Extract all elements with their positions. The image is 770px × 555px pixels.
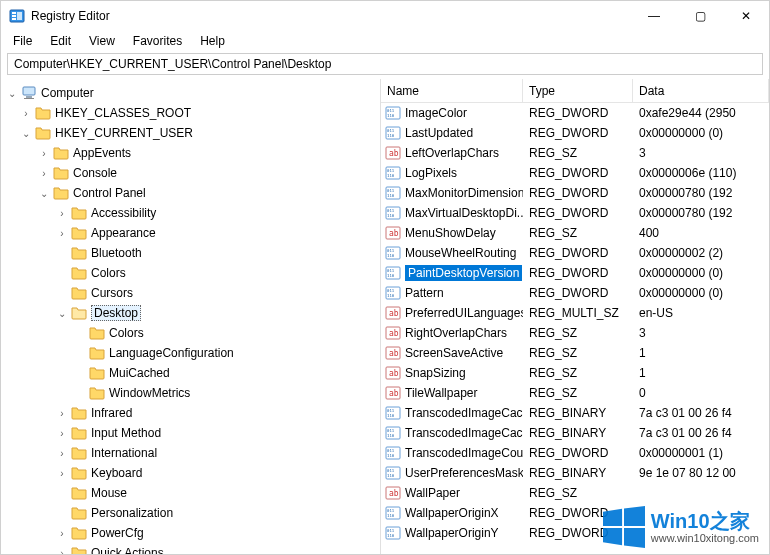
tree-node[interactable]: Colors [1, 323, 380, 343]
close-button[interactable]: ✕ [723, 1, 769, 31]
window-title: Registry Editor [31, 9, 110, 23]
svg-text:110: 110 [387, 213, 395, 218]
list-row[interactable]: 011110TranscodedImageCac...REG_BINARY7a … [381, 423, 769, 443]
tree-node[interactable]: ›Input Method [1, 423, 380, 443]
tree-node[interactable]: Personalization [1, 503, 380, 523]
list-pane[interactable]: Name Type Data 011110ImageColorREG_DWORD… [381, 79, 769, 554]
list-row[interactable]: 011110PatternREG_DWORD0x00000000 (0) [381, 283, 769, 303]
list-row[interactable]: abWallPaperREG_SZ [381, 483, 769, 503]
address-bar[interactable]: Computer\HKEY_CURRENT_USER\Control Panel… [7, 53, 763, 75]
list-row[interactable]: 011110MouseWheelRoutingREG_DWORD0x000000… [381, 243, 769, 263]
list-row[interactable]: abMenuShowDelayREG_SZ400 [381, 223, 769, 243]
chevron-right-icon[interactable]: › [55, 206, 69, 220]
chevron-right-icon[interactable]: › [19, 106, 33, 120]
folder-icon [71, 405, 87, 421]
svg-text:110: 110 [387, 193, 395, 198]
list-row[interactable]: 011110TranscodedImageCacheREG_BINARY7a c… [381, 403, 769, 423]
folder-icon [53, 185, 69, 201]
list-row[interactable]: 011110TranscodedImageCountREG_DWORD0x000… [381, 443, 769, 463]
col-name-header[interactable]: Name [381, 79, 523, 102]
chevron-right-icon[interactable]: › [55, 466, 69, 480]
folder-open-icon [71, 305, 87, 321]
menu-favorites[interactable]: Favorites [125, 32, 190, 50]
tree-node[interactable]: LanguageConfiguration [1, 343, 380, 363]
minimize-button[interactable]: — [631, 1, 677, 31]
tree-node[interactable]: Colors [1, 263, 380, 283]
list-row[interactable]: 011110LastUpdatedREG_DWORD0x00000000 (0) [381, 123, 769, 143]
chevron-right-icon[interactable]: › [55, 546, 69, 554]
list-row[interactable]: abRightOverlapCharsREG_SZ3 [381, 323, 769, 343]
tree-node-label: Mouse [91, 486, 127, 500]
list-row[interactable]: 011110MaxMonitorDimensionREG_DWORD0x0000… [381, 183, 769, 203]
list-row[interactable]: 011110WallpaperOriginXREG_DWORD [381, 503, 769, 523]
tree-node[interactable]: ›Keyboard [1, 463, 380, 483]
list-row[interactable]: abPreferredUILanguagesREG_MULTI_SZen-US [381, 303, 769, 323]
col-type-header[interactable]: Type [523, 79, 633, 102]
menu-file[interactable]: File [5, 32, 40, 50]
tree-node[interactable]: ⌄Computer [1, 83, 380, 103]
tree-spacer [73, 346, 87, 360]
chevron-down-icon[interactable]: ⌄ [37, 186, 51, 200]
folder-icon [71, 465, 87, 481]
col-data-header[interactable]: Data [633, 79, 769, 102]
reg-binary-icon: 011110 [385, 245, 401, 261]
list-row[interactable]: abLeftOverlapCharsREG_SZ3 [381, 143, 769, 163]
tree-node[interactable]: ›Appearance [1, 223, 380, 243]
tree-node[interactable]: ›International [1, 443, 380, 463]
tree-node[interactable]: ›PowerCfg [1, 523, 380, 543]
folder-icon [71, 265, 87, 281]
tree-pane[interactable]: ⌄Computer›HKEY_CLASSES_ROOT⌄HKEY_CURRENT… [1, 79, 381, 554]
chevron-right-icon[interactable]: › [55, 526, 69, 540]
reg-binary-icon: 011110 [385, 205, 401, 221]
menu-help[interactable]: Help [192, 32, 233, 50]
chevron-down-icon[interactable]: ⌄ [19, 126, 33, 140]
tree-node[interactable]: MuiCached [1, 363, 380, 383]
svg-text:ab: ab [389, 369, 399, 378]
value-name: WallpaperOriginX [405, 506, 499, 520]
list-row[interactable]: 011110PaintDesktopVersionREG_DWORD0x0000… [381, 263, 769, 283]
list-row[interactable]: 011110MaxVirtualDesktopDi...REG_DWORD0x0… [381, 203, 769, 223]
chevron-right-icon[interactable]: › [55, 226, 69, 240]
tree-node[interactable]: ⌄Desktop [1, 303, 380, 323]
chevron-down-icon[interactable]: ⌄ [5, 86, 19, 100]
reg-binary-icon: 011110 [385, 405, 401, 421]
chevron-right-icon[interactable]: › [55, 406, 69, 420]
tree-node[interactable]: ›Console [1, 163, 380, 183]
value-name: TranscodedImageCac... [405, 426, 523, 440]
value-name: ScreenSaveActive [405, 346, 503, 360]
chevron-right-icon[interactable]: › [37, 146, 51, 160]
list-row[interactable]: 011110UserPreferencesMaskREG_BINARY9e 1e… [381, 463, 769, 483]
tree-node[interactable]: ›Quick Actions [1, 543, 380, 554]
chevron-right-icon[interactable]: › [37, 166, 51, 180]
tree-node[interactable]: Bluetooth [1, 243, 380, 263]
reg-binary-icon: 011110 [385, 185, 401, 201]
tree-node[interactable]: WindowMetrics [1, 383, 380, 403]
list-row[interactable]: 011110ImageColorREG_DWORD0xafe29e44 (295… [381, 103, 769, 123]
list-row[interactable]: 011110WallpaperOriginYREG_DWORD [381, 523, 769, 543]
tree-node[interactable]: ›Accessibility [1, 203, 380, 223]
tree-node[interactable]: Cursors [1, 283, 380, 303]
svg-text:ab: ab [389, 389, 399, 398]
tree-node[interactable]: ›AppEvents [1, 143, 380, 163]
reg-string-icon: ab [385, 365, 401, 381]
chevron-down-icon[interactable]: ⌄ [55, 306, 69, 320]
value-name: PreferredUILanguages [405, 306, 523, 320]
tree-node[interactable]: ⌄HKEY_CURRENT_USER [1, 123, 380, 143]
menu-edit[interactable]: Edit [42, 32, 79, 50]
tree-node[interactable]: Mouse [1, 483, 380, 503]
menu-view[interactable]: View [81, 32, 123, 50]
list-row[interactable]: abTileWallpaperREG_SZ0 [381, 383, 769, 403]
reg-binary-icon: 011110 [385, 465, 401, 481]
value-data: 0 [633, 386, 769, 400]
value-data: 0x00000780 (192 [633, 186, 769, 200]
maximize-button[interactable]: ▢ [677, 1, 723, 31]
tree-spacer [55, 246, 69, 260]
chevron-right-icon[interactable]: › [55, 446, 69, 460]
tree-node[interactable]: ›HKEY_CLASSES_ROOT [1, 103, 380, 123]
list-row[interactable]: 011110LogPixelsREG_DWORD0x0000006e (110) [381, 163, 769, 183]
list-row[interactable]: abSnapSizingREG_SZ1 [381, 363, 769, 383]
list-row[interactable]: abScreenSaveActiveREG_SZ1 [381, 343, 769, 363]
tree-node[interactable]: ⌄Control Panel [1, 183, 380, 203]
chevron-right-icon[interactable]: › [55, 426, 69, 440]
tree-node[interactable]: ›Infrared [1, 403, 380, 423]
